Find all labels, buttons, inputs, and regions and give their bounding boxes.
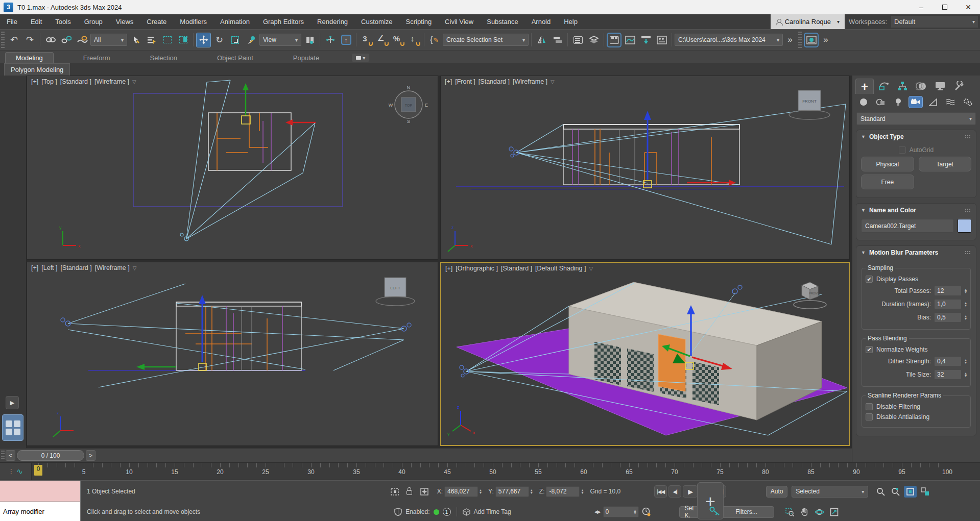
- time-slider-grip[interactable]: [1, 451, 5, 460]
- viewport-pov-menu[interactable]: [Top ]: [41, 78, 57, 85]
- viewport-shading-menu[interactable]: [Wireframe ]: [95, 264, 130, 271]
- play-animation-button[interactable]: ▶: [683, 485, 698, 498]
- signed-in-user-menu[interactable]: Carolina Roque ▾: [771, 14, 845, 29]
- maxscript-mini-listener[interactable]: Array modifier: [0, 481, 81, 521]
- key-filters-button[interactable]: Filters...: [719, 506, 774, 518]
- x-spinner[interactable]: ▴▾: [480, 489, 482, 494]
- viewport-pov-menu[interactable]: [Front ]: [455, 78, 475, 85]
- object-type-rollout-header[interactable]: ▼ Object Type: [856, 130, 976, 142]
- tile-size-spinner[interactable]: ▴▾: [965, 372, 967, 377]
- orbit-icon[interactable]: [813, 506, 826, 518]
- cameras-category-icon[interactable]: [909, 96, 923, 108]
- maximize-button[interactable]: [933, 0, 957, 14]
- listener-pane[interactable]: Array modifier: [0, 502, 80, 521]
- keyboard-shortcut-override-icon[interactable]: ↑: [339, 33, 353, 47]
- workspace-dropdown[interactable]: Default▾: [891, 16, 978, 28]
- zoom-all-icon[interactable]: [889, 486, 902, 498]
- menu-civil-view[interactable]: Civil View: [438, 14, 480, 29]
- selection-filter-dropdown[interactable]: All▾: [90, 34, 127, 46]
- x-coordinate-field[interactable]: 468,027: [444, 486, 478, 497]
- disable-antialiasing-checkbox[interactable]: ✔: [866, 413, 873, 420]
- go-to-start-button[interactable]: |◀◀: [654, 485, 667, 498]
- ribbon-display-toggle-icon[interactable]: ▾: [352, 54, 369, 62]
- window-crossing-toggle-icon[interactable]: [176, 33, 190, 47]
- percent-snap-toggle-icon[interactable]: %: [391, 33, 405, 47]
- total-passes-field[interactable]: 12: [934, 286, 962, 296]
- duration-spinner[interactable]: ▴▾: [965, 302, 967, 307]
- frame-spinner[interactable]: ▴▾: [634, 509, 636, 514]
- shapes-category-icon[interactable]: [874, 96, 888, 108]
- next-frame-button[interactable]: >: [86, 450, 95, 461]
- z-coordinate-field[interactable]: -8,072: [546, 486, 580, 497]
- autogrid-checkbox[interactable]: ✔: [899, 146, 906, 154]
- viewport-general-menu[interactable]: [+]: [31, 264, 38, 271]
- unlink-selection-icon[interactable]: [59, 33, 74, 47]
- z-spinner[interactable]: ▴▾: [581, 489, 583, 494]
- menu-substance[interactable]: Substance: [480, 14, 524, 29]
- viewport-pov-menu[interactable]: [Left ]: [41, 264, 57, 271]
- ribbon-tab-modeling[interactable]: Modeling: [5, 52, 54, 63]
- toolbar-grip[interactable]: [1, 32, 5, 48]
- project-folder-field[interactable]: C:\Users\carol...s\3ds Max 2024▾: [675, 34, 783, 46]
- per-view-filter-icon[interactable]: ▽: [551, 79, 555, 85]
- lights-category-icon[interactable]: [891, 96, 905, 108]
- key-mode-toggle-icon[interactable]: ◀▶: [594, 509, 601, 514]
- bias-field[interactable]: 0,5: [934, 312, 962, 322]
- viewport-renderer-menu[interactable]: [Standard ]: [61, 264, 92, 271]
- normalize-weights-checkbox[interactable]: ✔: [866, 346, 873, 353]
- display-tab-icon[interactable]: [931, 79, 949, 94]
- ribbon-tab-selection[interactable]: Selection: [140, 53, 187, 63]
- viewport-left[interactable]: [+] [Left ] [Standard ] [Wireframe ] ▽: [27, 262, 438, 446]
- viewport-shading-menu[interactable]: [Wireframe ]: [94, 78, 129, 85]
- bias-spinner[interactable]: ▴▾: [965, 315, 967, 320]
- previous-frame-key-button[interactable]: ◀|: [668, 485, 681, 498]
- time-slider[interactable]: 0 / 100: [17, 450, 84, 461]
- toolbar-grip-2[interactable]: [798, 32, 802, 48]
- total-passes-spinner[interactable]: ▴▾: [965, 288, 967, 293]
- ribbon-toggle-icon[interactable]: [607, 33, 622, 47]
- mirror-icon[interactable]: [534, 33, 549, 47]
- menu-help[interactable]: Help: [557, 14, 584, 29]
- zoom-extents-icon[interactable]: [904, 486, 917, 498]
- viewport-layout-flyout-button[interactable]: ▶: [6, 396, 19, 409]
- render-overflow-chevron[interactable]: »: [820, 33, 832, 47]
- isolate-selection-icon[interactable]: [389, 486, 401, 497]
- align-icon[interactable]: [550, 33, 565, 47]
- viewport-pov-menu[interactable]: [Orthographic ]: [456, 265, 498, 272]
- viewport-general-menu[interactable]: [+]: [445, 265, 452, 272]
- viewport-orthographic[interactable]: [+] [Orthographic ] [Standard ] [Default…: [440, 262, 850, 446]
- menu-views[interactable]: Views: [109, 14, 140, 29]
- scene-security-shield-icon[interactable]: [394, 508, 402, 516]
- maximize-viewport-toggle-icon[interactable]: [828, 506, 841, 518]
- viewport-top[interactable]: [+] [Top ] [Standard ] [Wireframe ] ▽: [27, 76, 438, 260]
- menu-file[interactable]: File: [0, 14, 24, 29]
- curve-editor-icon[interactable]: [623, 33, 637, 47]
- close-button[interactable]: ×: [957, 0, 980, 14]
- viewport-renderer-menu[interactable]: [Standard ]: [501, 265, 532, 272]
- menu-create[interactable]: Create: [140, 14, 173, 29]
- snaps-toggle-icon[interactable]: 3: [359, 33, 374, 47]
- add-time-tag[interactable]: Add Time Tag: [474, 508, 511, 515]
- auto-key-button[interactable]: Auto: [766, 486, 787, 498]
- menu-customize[interactable]: Customize: [354, 14, 399, 29]
- menu-animation[interactable]: Animation: [213, 14, 256, 29]
- name-and-color-rollout-header[interactable]: ▼ Name and Color: [856, 204, 976, 216]
- absolute-offset-mode-icon[interactable]: [418, 486, 431, 497]
- render-setup-icon[interactable]: [804, 33, 819, 47]
- per-view-filter-icon[interactable]: ▽: [133, 265, 137, 271]
- redo-button[interactable]: ↷: [22, 33, 37, 47]
- select-and-scale-icon[interactable]: [228, 33, 243, 47]
- hierarchy-tab-icon[interactable]: [893, 79, 912, 94]
- menu-modifiers[interactable]: Modifiers: [173, 14, 213, 29]
- macro-recorder-pane[interactable]: [0, 481, 80, 502]
- angle-snap-toggle-icon[interactable]: ∠: [375, 33, 390, 47]
- motion-tab-icon[interactable]: [912, 79, 930, 94]
- mini-curve-editor-button[interactable]: ⋮∿: [0, 463, 32, 480]
- systems-category-icon[interactable]: [961, 96, 975, 108]
- viewport-layout-tab[interactable]: [2, 414, 23, 441]
- selection-lock-icon[interactable]: [403, 486, 416, 497]
- material-editor-icon[interactable]: [654, 33, 669, 47]
- use-pivot-point-center-icon[interactable]: [302, 33, 317, 47]
- menu-arnold[interactable]: Arnold: [525, 14, 558, 29]
- selection-set-keys-dropdown[interactable]: Selected▾: [792, 486, 868, 498]
